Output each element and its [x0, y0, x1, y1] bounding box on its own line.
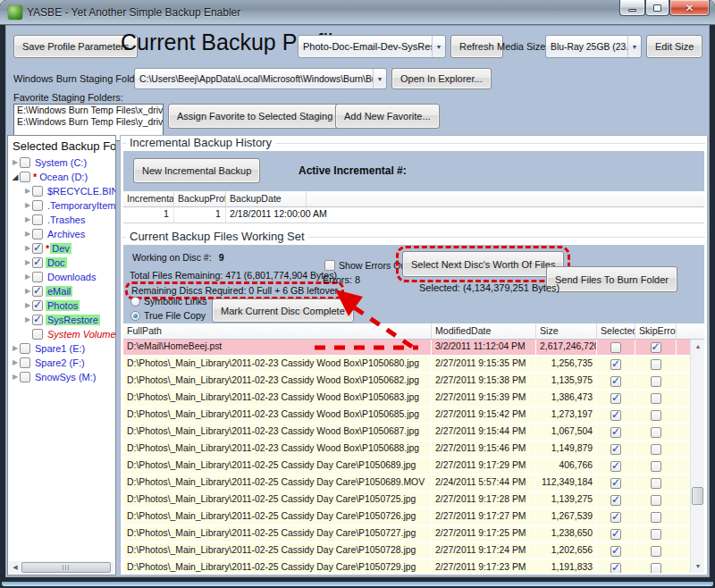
expander-collapsed-icon[interactable]: ▶ [11, 158, 20, 167]
tree-checkbox[interactable] [32, 272, 43, 282]
expander-collapsed-icon[interactable]: ▶ [23, 187, 32, 196]
tree-item[interactable]: ▶Doc [8, 256, 115, 270]
incremental-grid-header[interactable]: IncrementalIDBackupProfileIDBackupDate [123, 191, 704, 207]
selected-checkbox[interactable] [610, 376, 621, 387]
favorite-folder-item[interactable]: E:\Windows Burn Temp Files\y_drive\ [14, 116, 163, 128]
scroll-left-icon[interactable]: ◀ [9, 561, 21, 574]
selected-checkbox[interactable] [610, 512, 621, 523]
file-grid-vertical-scrollbar[interactable]: ▲ ▼ [690, 340, 704, 573]
tree-item[interactable]: ▶*Dev [8, 241, 115, 256]
tree-item[interactable]: ▶$RECYCLE.BIN [8, 184, 115, 198]
selected-checkbox[interactable] [610, 427, 621, 438]
tree-checkbox[interactable] [32, 329, 43, 340]
expander-collapsed-icon[interactable]: ▶ [23, 273, 32, 281]
tree-item[interactable]: ▶System Volume Inf [8, 327, 115, 341]
tree-checkbox[interactable] [20, 343, 30, 354]
file-row[interactable]: D:\Photos\_Main_Library\2011-02-25 Cassi… [123, 492, 690, 509]
expander-collapsed-icon[interactable]: ▶ [23, 215, 32, 224]
skiperror-checkbox[interactable] [651, 546, 661, 557]
scrollbar-thumb[interactable] [692, 487, 703, 505]
refresh-button[interactable]: Refresh [450, 35, 503, 58]
file-row[interactable]: D:\Photos\_Main_Library\2011-02-25 Cassi… [123, 475, 690, 492]
expander-collapsed-icon[interactable]: ▶ [23, 315, 32, 324]
tree-checkbox[interactable] [32, 229, 43, 239]
minimize-button[interactable] [619, 0, 645, 16]
skiperror-checkbox[interactable] [651, 478, 661, 489]
scrollbar-thumb[interactable] [21, 562, 111, 573]
expander-collapsed-icon[interactable]: ▶ [23, 258, 32, 267]
file-row[interactable]: D:\Photos\_Main_Library\2011-02-25 Cassi… [123, 458, 690, 475]
file-row[interactable]: D:\Photos\_Main_Library\2011-02-23 Cassi… [123, 407, 690, 424]
skiperror-checkbox[interactable] [651, 529, 661, 540]
tree-checkbox[interactable] [20, 372, 30, 382]
selected-checkbox[interactable] [610, 444, 621, 455]
tree-checkbox[interactable] [20, 357, 30, 368]
skiperror-checkbox[interactable] [651, 393, 661, 404]
skiperror-checkbox[interactable] [651, 495, 661, 506]
select-next-disc-button[interactable]: Select Next Disc's Worth Of Files [402, 251, 564, 277]
tree-item[interactable]: ▶.TemporaryItems [8, 198, 115, 213]
tree-item[interactable]: ▶Photos [8, 298, 115, 313]
skiperror-checkbox[interactable] [651, 342, 661, 353]
selected-checkbox[interactable] [610, 546, 621, 557]
selected-checkbox[interactable] [610, 359, 621, 370]
skiperror-checkbox[interactable] [651, 410, 661, 421]
table-row[interactable]: 112/18/2011 12:00:00 AM [123, 207, 704, 223]
expander-collapsed-icon[interactable]: ▶ [23, 301, 32, 310]
tree-checkbox[interactable] [32, 214, 43, 225]
skiperror-checkbox[interactable] [651, 563, 661, 574]
tree-checkbox[interactable] [32, 186, 43, 197]
file-row[interactable]: D:\Photos\_Main_Library\2011-02-23 Cassi… [123, 374, 690, 391]
backup-profile-select[interactable]: Photo-Doc-Email-Dev-SysRestore ▼ [298, 35, 446, 58]
tree-checkbox[interactable] [32, 200, 43, 211]
column-header[interactable]: Selected [597, 323, 635, 339]
selected-checkbox[interactable] [610, 393, 621, 404]
file-row[interactable]: D:\Photos\_Main_Library\2011-02-23 Cassi… [123, 441, 690, 458]
tree-checkbox[interactable] [20, 157, 30, 168]
mark-current-disc-complete-button[interactable]: Mark Current Disc Complete [212, 298, 354, 323]
true-file-copy-radio[interactable]: True File Copy [130, 310, 206, 321]
skiperror-checkbox[interactable] [651, 512, 661, 523]
skiperror-checkbox[interactable] [651, 359, 661, 370]
selected-checkbox[interactable] [610, 461, 621, 472]
tree-item[interactable]: ▶Downloads [8, 270, 115, 284]
scroll-up-icon[interactable]: ▲ [691, 340, 704, 353]
save-profile-button[interactable]: Save Profile Parameters [13, 35, 138, 58]
column-header[interactable]: IncrementalID [123, 191, 174, 206]
tree-item[interactable]: ▶SysRestore [8, 313, 115, 327]
expander-expanded-icon[interactable]: ◢ [11, 172, 20, 181]
expander-collapsed-icon[interactable]: ▶ [11, 358, 20, 367]
media-size-select[interactable]: Blu-Ray 25GB (23.00) ▼ [545, 35, 642, 58]
skiperror-checkbox[interactable] [651, 461, 661, 472]
tree-item[interactable]: ▶eMail [8, 284, 115, 298]
tree-item[interactable]: ▶SnowSys (M:) [8, 370, 115, 384]
edit-size-button[interactable]: Edit Size [646, 35, 702, 58]
selected-checkbox[interactable] [610, 495, 621, 506]
tree-checkbox[interactable] [32, 315, 43, 325]
close-button[interactable]: ✕ [669, 0, 710, 16]
tree-checkbox[interactable] [32, 257, 43, 268]
add-new-favorite-button[interactable]: Add New Favorite... [335, 104, 440, 129]
file-grid-header[interactable]: FullPathModifiedDateSizeSelectedSkipErro… [123, 323, 704, 340]
skiperror-checkbox[interactable] [651, 444, 661, 455]
new-incremental-backup-button[interactable]: New Incremental Backup [133, 158, 260, 183]
tree-item[interactable]: ▶Spare1 (E:) [8, 341, 115, 356]
staging-folder-select[interactable]: C:\Users\Beej\AppData\Local\Microsoft\Wi… [134, 68, 387, 89]
scroll-down-icon[interactable]: ▼ [691, 559, 704, 573]
open-in-explorer-button[interactable]: Open In Explorer... [391, 68, 492, 89]
file-row[interactable]: D:\Photos\_Main_Library\2011-02-23 Cassi… [123, 357, 690, 374]
selected-checkbox[interactable] [610, 478, 621, 489]
column-header[interactable]: BackupDate [226, 191, 307, 206]
symbolic-links-radio[interactable]: Symbolic Links [130, 296, 207, 307]
tree-item[interactable]: ▶.Trashes [8, 213, 115, 227]
expander-collapsed-icon[interactable]: ▶ [23, 230, 32, 239]
favorite-folder-item[interactable]: E:\Windows Burn Temp Files\x_drive\ [14, 105, 163, 116]
expander-collapsed-icon[interactable]: ▶ [11, 344, 20, 353]
expander-collapsed-icon[interactable]: ▶ [11, 373, 20, 382]
file-row[interactable]: D:\Photos\_Main_Library\2011-02-25 Cassi… [123, 543, 690, 560]
tree-item[interactable]: ▶Archives [8, 227, 115, 241]
column-header[interactable]: Size [536, 323, 597, 339]
file-row[interactable]: D:\Photos\_Main_Library\2011-02-25 Cassi… [123, 560, 690, 573]
skiperror-checkbox[interactable] [651, 427, 661, 438]
column-header[interactable]: ModifiedDate [432, 323, 536, 339]
